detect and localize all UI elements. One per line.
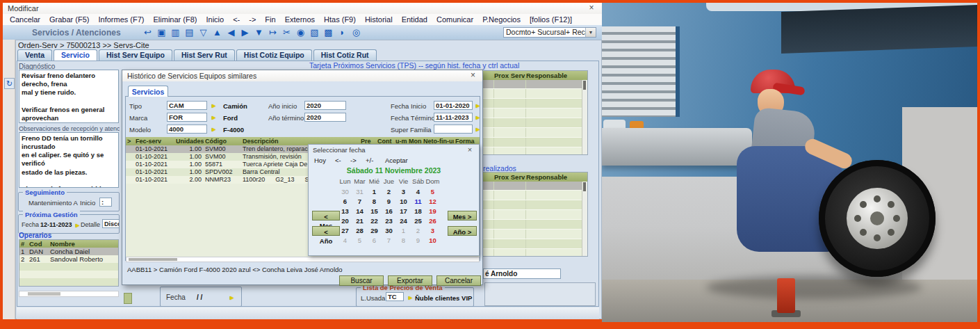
calendar-day[interactable]: 5 [425,187,440,196]
ano-inicio-field[interactable]: 2020 [304,101,346,110]
tab-servicios[interactable]: Servicios [128,86,168,97]
calendar-day[interactable]: 3 [396,187,411,196]
calendar-day[interactable]: 6 [338,197,352,206]
tipo-field[interactable]: CAM [167,101,207,110]
fecha-inicio-field[interactable]: 01-01-2020 [434,101,473,110]
chat-icon[interactable]: ◗ [336,26,348,38]
contacts-icon[interactable]: ▧ [309,26,320,38]
calendar-day[interactable]: 7 [382,236,396,245]
next-year-button[interactable]: Año > [448,226,477,236]
calendar-day[interactable]: 13 [338,207,352,216]
print-icon[interactable]: ▤ [183,26,195,38]
calendar-day[interactable]: 30 [338,187,352,196]
calendar-day[interactable]: 8 [396,236,411,245]
calendar-day[interactable]: 20 [338,216,352,225]
calendar-day[interactable]: 8 [367,197,382,206]
menu-item-historial[interactable]: Historial [365,15,393,24]
responsable-field[interactable]: é Arnoldo [483,268,561,279]
menu-item-grabar-f5[interactable]: Grabar (F5) [49,15,89,24]
fecha-value[interactable]: 12-11-2023 [40,221,72,228]
table-row[interactable] [19,263,118,271]
prev-month-button[interactable]: < Mes [312,211,340,220]
fecha-termino-picker-arrow[interactable]: ► [475,114,481,121]
calendar-day[interactable]: 30 [382,226,396,235]
cancelar-button[interactable]: Cancelar [436,275,481,286]
calendar-day[interactable]: 15 [367,207,382,216]
menu-item-comunicar[interactable]: Comunicar [436,15,473,24]
tab-hist-serv-rut[interactable]: Hist Serv Rut [174,49,235,61]
table-row[interactable]: 2261Sandoval Roberto [19,255,118,263]
calendar-plusminus-button[interactable]: +/- [366,157,373,164]
ano-termino-field[interactable]: 2020 [304,113,346,122]
diagnostico-textarea[interactable]: Revisar freno delantero derecho, frena m… [19,70,119,123]
calendar-prev-button[interactable]: <- [335,157,341,164]
calendar-accept-button[interactable]: Aceptar [385,157,408,164]
calendar-day[interactable]: 31 [352,187,367,196]
menu-item-fin[interactable]: Fin [265,15,275,24]
chevron-down-icon[interactable]: ▼ [585,28,596,37]
detalle-field[interactable]: Disco D [102,219,120,228]
menu-item-inicio[interactable]: Inicio [206,15,224,24]
target-icon[interactable]: ◎ [350,26,362,38]
nav-down-icon[interactable]: ▼ [253,26,265,38]
tab-venta[interactable]: Venta [17,49,52,61]
tps-link[interactable]: Tarjeta Próximos Servicios (TPS) -- segú… [309,61,519,70]
calendar-day[interactable]: 16 [382,207,396,216]
super-familia-field[interactable] [434,125,473,134]
menu-item-cancelar[interactable]: Cancelar [10,15,40,24]
calendar-day[interactable]: 17 [396,207,411,216]
menu-item-p-negocios[interactable]: P.Negocios [482,15,521,24]
document-type-dropdown[interactable]: Docmto+ Sucursal+ Recepcio ▼ [503,27,596,38]
fecha-group-picker-arrow[interactable]: ► [229,294,235,301]
calendar-day[interactable]: 10 [396,197,411,206]
save-icon[interactable]: ▣ [156,26,168,38]
lusada-field[interactable]: TC [386,292,404,301]
marca-picker-arrow[interactable]: ► [211,114,217,121]
menu-item-htas-f9[interactable]: Htas (F9) [324,15,356,24]
menu-item-externos[interactable]: Externos [285,15,315,24]
table-row[interactable] [19,271,118,278]
lusada-picker-arrow[interactable]: ► [407,294,414,301]
buscar-button[interactable]: Buscar [339,275,384,286]
vscrollbar[interactable] [582,182,587,256]
calendar-day[interactable]: 5 [352,236,367,245]
calendar-day[interactable]: 24 [396,216,411,225]
observaciones-textarea[interactable]: Freno DD tenía un tornillo incrustado en… [19,132,119,188]
modelo-field[interactable]: 4000 [167,125,207,134]
table-row[interactable]: 1DANConcha Daiel [19,248,118,255]
menu-item-eliminar-f8[interactable]: Eliminar (F8) [154,15,197,24]
calendar-day[interactable]: 21 [352,216,367,225]
go-last-icon[interactable]: ↦ [267,26,279,38]
calendar-day[interactable]: 2 [411,226,425,235]
fecha-group-value[interactable]: / / [197,294,202,301]
marca-field[interactable]: FOR [167,113,207,122]
calendar-today-button[interactable]: Hoy [314,157,326,164]
fecha-termino-field[interactable]: 11-11-2023 [434,113,473,122]
view-icon[interactable]: ◉ [295,26,307,38]
next-month-button[interactable]: Mes > [448,211,477,220]
copy-icon[interactable]: ▥ [170,26,181,38]
fecha-inicio-picker-arrow[interactable]: ► [475,102,481,109]
calendar-day[interactable]: 25 [411,216,425,225]
tipo-picker-arrow[interactable]: ► [211,102,217,109]
calendar-day[interactable]: 7 [352,197,367,206]
calendar-day[interactable]: 14 [352,207,367,216]
calendar-day[interactable]: 6 [367,236,382,245]
tab-hist-serv-equipo[interactable]: Hist Serv Equipo [99,49,172,61]
nav-left-icon[interactable]: ◀ [225,26,237,38]
calendar-day[interactable]: 2 [382,187,396,196]
grid-hscrollbar[interactable] [126,257,480,262]
menu-item-folios-f12[interactable]: [folios (F12)] [530,15,572,24]
scrollbar-thumb[interactable] [28,292,60,296]
menu-item-informes-f7[interactable]: Informes (F7) [99,15,145,24]
calendar-day[interactable]: 10 [425,236,440,245]
calendar-day[interactable]: 1 [367,187,382,196]
tools-icon[interactable]: ✂ [281,26,293,38]
fecha-picker-arrow[interactable]: ► [74,222,81,229]
scrollbar-thumb[interactable] [129,258,177,261]
tab-servicio[interactable]: Servicio [54,49,97,61]
calendar-day[interactable]: 9 [382,197,396,206]
nav-right-icon[interactable]: ▶ [239,26,251,38]
tab-hist-cotiz-rut[interactable]: Hist Cotiz Rut [313,49,377,61]
calendar-day[interactable]: 12 [425,197,440,206]
